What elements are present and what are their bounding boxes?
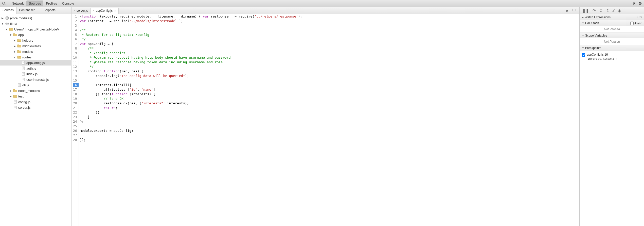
code-line[interactable]: }; [80,119,579,124]
line-number[interactable]: 22 [73,110,77,115]
line-number[interactable]: 14 [73,74,77,78]
line-number[interactable]: 12 [73,64,77,69]
file-tab-server-js[interactable]: ▫server.js [71,8,91,14]
tree-item-routes[interactable]: ▼routes [0,54,71,60]
line-number[interactable]: 15 [73,78,77,83]
code-line[interactable]: * @param req request having http body sh… [80,55,579,60]
code-line[interactable]: Interest.findAll({ [80,83,579,87]
code-line[interactable]: }).then(function (interests) { [80,92,579,96]
code-line[interactable]: }); [80,138,579,142]
code-line[interactable]: // Send OK [80,96,579,101]
line-number[interactable]: 20 [73,101,77,106]
panel-tab-console[interactable]: Console [60,1,77,6]
panel-tab-network[interactable]: Network [9,1,26,6]
line-number[interactable]: 16 [73,83,79,87]
file-tab-appConfig-js[interactable]: ▫appConfig.js× [91,8,119,14]
code-line[interactable]: var appConfig = { [80,42,579,46]
code-line[interactable] [80,78,579,83]
tree-arrow-icon[interactable]: ▶ [13,50,16,53]
line-gutter[interactable]: 1234567891011121314151617181920212223242… [71,14,79,226]
scope-header[interactable]: ▼ Scope Variables [580,33,644,38]
line-number[interactable]: 26 [73,128,77,133]
tree-item-config-js[interactable]: config.js [0,99,71,105]
tree-arrow-icon[interactable]: ▶ [9,95,12,98]
code-line[interactable]: */ [80,37,579,42]
line-number[interactable]: 7 [73,42,77,46]
code-line[interactable]: (function (exports, require, module, __f… [80,14,579,19]
callstack-header[interactable]: ▼ Call Stack Async [580,20,644,26]
step-over-icon[interactable]: ↷ [593,8,596,13]
line-number[interactable]: 25 [73,124,77,128]
line-number[interactable]: 10 [73,55,77,60]
code-line[interactable] [80,124,579,128]
code-line[interactable] [80,133,579,138]
tree-item-models[interactable]: ▶models [0,49,71,54]
code-line[interactable]: } [80,115,579,119]
line-number[interactable]: 11 [73,60,77,64]
async-checkbox[interactable]: Async [630,22,642,25]
line-number[interactable]: 1 [73,14,77,19]
line-number[interactable]: 6 [73,37,77,42]
step-out-icon[interactable]: ↥ [606,8,610,13]
tree-item--core-modules-[interactable]: ▶(core modules) [0,15,71,21]
tree-item-users-hhtopcu-projects-nodev[interactable]: ▼Users/hhtopcu/Projects/NodeV [0,26,71,32]
tree-item-db-js[interactable]: db.js [0,82,71,88]
code-line[interactable]: }) [80,110,579,115]
tree-arrow-icon[interactable]: ▶ [1,17,4,20]
line-number[interactable]: 13 [73,69,77,74]
code-line[interactable]: restponse.ok(res, {"interests": interest… [80,101,579,106]
code-line[interactable]: * Routers for config data: /config [80,33,579,37]
code-line[interactable]: */ [80,64,579,69]
line-number[interactable]: 19 [73,96,77,101]
close-tab-icon[interactable]: × [114,9,116,12]
code-line[interactable]: /** [80,46,579,51]
line-number[interactable]: 21 [73,106,77,110]
dock-icon[interactable]: ⎘ [633,1,635,6]
code-lines[interactable]: (function (exports, require, module, __f… [79,14,579,226]
pause-icon[interactable]: ❚❚ [582,8,589,13]
tree-arrow-icon[interactable]: ▶ [9,89,12,92]
deactivate-breakpoints-icon[interactable]: ⁄⁄ [613,8,614,13]
tree-item-app[interactable]: ▼app [0,32,71,38]
line-number[interactable]: 5 [73,33,77,37]
line-number[interactable]: 24 [73,119,77,124]
tree-item-index-js[interactable]: index.js [0,71,71,77]
line-number[interactable]: 27 [73,133,77,138]
code-line[interactable]: * /config endpoint [80,51,579,55]
line-number[interactable]: 4 [73,28,77,33]
tree-arrow-icon[interactable]: ▼ [9,34,12,36]
line-number[interactable]: 9 [73,51,77,55]
code-line[interactable]: module.exports = appConfig; [80,128,579,133]
line-number[interactable]: 2 [73,19,77,23]
nav-tab-contentscri[interactable]: Content scri… [16,7,41,14]
tree-arrow-icon[interactable]: ▶ [13,45,16,47]
breakpoints-header[interactable]: ▼ Breakpoints [580,45,644,51]
line-number[interactable]: 28 [73,138,77,142]
tree-arrow-icon[interactable]: ▼ [1,22,4,25]
editor-menu-icon[interactable]: ⋮⋮ [571,9,577,12]
breakpoint-checkbox[interactable] [582,53,585,57]
tree-item-middlewares[interactable]: ▶middlewares [0,43,71,49]
breakpoint-item[interactable]: appConfig.js:16 [582,52,642,57]
tree-item-userinterests-js[interactable]: userInterests.js [0,77,71,82]
search-icon[interactable] [2,2,6,6]
tree-arrow-icon[interactable]: ▶ [13,39,16,42]
tree-item-auth-js[interactable]: auth.js [0,66,71,71]
tree-item-test[interactable]: ▶test [0,93,71,99]
add-watch-icon[interactable]: + [636,15,638,19]
tree-item-server-js[interactable]: server.js [0,105,71,110]
tree-arrow-icon[interactable]: ▼ [5,28,8,31]
settings-icon[interactable]: ⚙ [638,1,642,6]
run-icon[interactable]: ▶ [566,9,569,12]
line-number[interactable]: 3 [73,23,77,28]
line-number[interactable]: 18 [73,92,77,96]
nav-tab-sources[interactable]: Sources [0,7,16,14]
code-editor[interactable]: 1234567891011121314151617181920212223242… [71,14,579,226]
panel-tab-sources[interactable]: Sources [26,1,44,6]
line-number[interactable]: 8 [73,46,77,51]
tree-item-appconfig-js[interactable]: appConfig.js [0,60,71,66]
code-line[interactable]: return; [80,106,579,110]
code-line[interactable]: config: function(req, res) { [80,69,579,74]
code-line[interactable]: var Interest = require('../models/intere… [80,19,579,23]
watch-header[interactable]: ▶ Watch Expressions + ↻ [580,14,644,20]
